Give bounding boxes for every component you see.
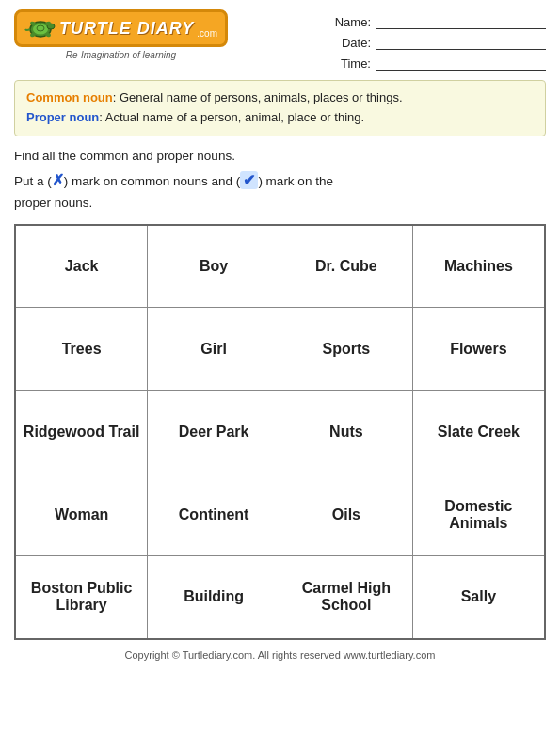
instruction-line1: Find all the common and proper nouns.: [14, 146, 546, 168]
table-row: TreesGirlSportsFlowers: [15, 308, 545, 391]
proper-noun-text: : Actual name of a person, animal, place…: [99, 110, 364, 124]
table-cell[interactable]: Girl: [148, 308, 280, 391]
proper-noun-label: Proper noun: [26, 110, 99, 124]
turtle-icon: [24, 16, 56, 40]
instruction-prefix: Put a (: [14, 174, 52, 188]
time-label: Time:: [324, 56, 371, 71]
proper-noun-definition: Proper noun: Actual name of a person, an…: [26, 108, 534, 128]
name-label: Name:: [324, 15, 371, 29]
logo-title: TURTLE DIARY: [59, 19, 194, 39]
table-cell[interactable]: Oils: [280, 473, 413, 556]
table-cell[interactable]: Machines: [412, 225, 545, 308]
table-row: Boston Public LibraryBuildingCarmel High…: [15, 556, 545, 639]
table-cell[interactable]: Boy: [148, 225, 280, 308]
table-row: WomanContinentOilsDomestic Animals: [15, 473, 545, 556]
common-noun-text: : General name of persons, animals, plac…: [113, 90, 403, 104]
table-cell[interactable]: Sally: [412, 556, 545, 639]
date-input-line[interactable]: [376, 35, 546, 50]
footer-text: Copyright © Turtlediary.com. All rights …: [125, 649, 436, 661]
logo-box: TURTLE DIARY .com: [14, 9, 228, 47]
time-input-line[interactable]: [376, 56, 546, 71]
table-cell[interactable]: Boston Public Library: [15, 556, 148, 639]
common-noun-label: Common noun: [26, 90, 113, 104]
page-header: TURTLE DIARY .com Re-Imagination of lear…: [14, 9, 546, 71]
logo-subtitle: Re-Imagination of learning: [66, 50, 176, 60]
table-cell[interactable]: Sports: [280, 308, 413, 391]
name-input-line[interactable]: [376, 14, 546, 29]
table-cell[interactable]: Woman: [15, 473, 148, 556]
logo-com: .com: [197, 28, 217, 39]
instructions: Find all the common and proper nouns. Pu…: [14, 146, 546, 215]
table-cell[interactable]: Flowers: [412, 308, 545, 391]
table-cell[interactable]: Domestic Animals: [412, 473, 545, 556]
table-cell[interactable]: Jack: [15, 225, 148, 308]
noun-table: JackBoyDr. CubeMachinesTreesGirlSportsFl…: [14, 224, 546, 640]
table-row: Ridgewood TrailDeer ParkNutsSlate Creek: [15, 391, 545, 473]
table-cell[interactable]: Carmel High School: [280, 556, 413, 639]
name-row: Name:: [324, 14, 546, 29]
common-noun-definition: Common noun: General name of persons, an…: [26, 88, 534, 108]
x-mark-icon: ✗: [52, 172, 64, 188]
table-cell[interactable]: Nuts: [280, 391, 413, 473]
table-row: JackBoyDr. CubeMachines: [15, 225, 545, 308]
date-label: Date:: [324, 36, 371, 50]
instruction-suffix: ) mark on the: [258, 174, 333, 188]
instruction-line2: Put a (✗) mark on common nouns and (✔) m…: [14, 168, 546, 193]
table-cell[interactable]: Continent: [148, 473, 280, 556]
table-cell[interactable]: Building: [148, 556, 280, 639]
date-row: Date:: [324, 35, 546, 50]
check-mark-icon: ✔: [240, 171, 258, 189]
name-fields: Name: Date: Time:: [324, 9, 546, 71]
table-cell[interactable]: Dr. Cube: [280, 225, 413, 308]
table-cell[interactable]: Slate Creek: [412, 391, 545, 473]
table-cell[interactable]: Deer Park: [148, 391, 280, 473]
table-cell[interactable]: Trees: [15, 308, 148, 391]
definition-box: Common noun: General name of persons, an…: [14, 80, 546, 136]
instruction-line3: proper nouns.: [14, 193, 546, 215]
logo-area: TURTLE DIARY .com Re-Imagination of lear…: [14, 9, 228, 60]
time-row: Time:: [324, 56, 546, 71]
instruction-mid: ) mark on common nouns and (: [64, 174, 241, 188]
footer: Copyright © Turtlediary.com. All rights …: [14, 649, 546, 661]
table-cell[interactable]: Ridgewood Trail: [15, 391, 148, 473]
